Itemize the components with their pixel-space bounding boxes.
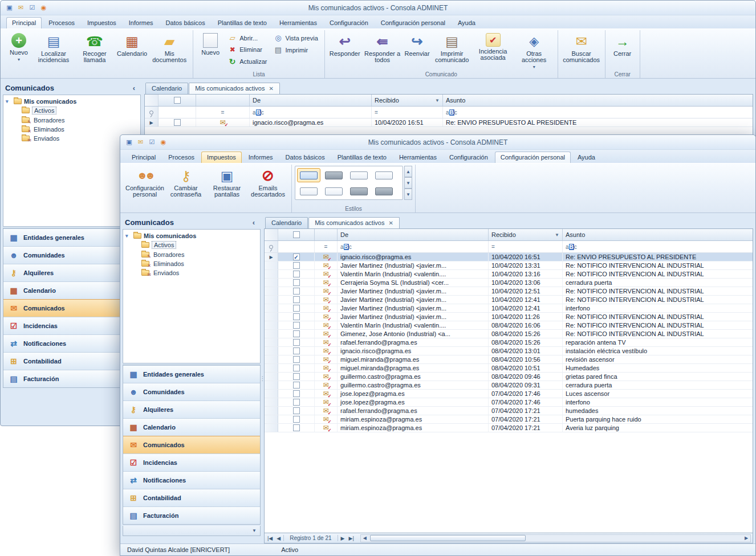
next-record-button[interactable]: ▶ xyxy=(340,535,346,541)
row-checkbox[interactable] xyxy=(293,348,300,354)
ribbon-tab[interactable]: Ayuda xyxy=(572,152,601,163)
tree-root[interactable]: ▾ Mis comunicados xyxy=(5,97,139,105)
row-checkbox[interactable] xyxy=(293,262,300,269)
ribbon-tab[interactable]: Informes xyxy=(243,152,279,163)
tasks-icon[interactable]: ☑ xyxy=(148,138,156,146)
table-row[interactable]: ▶ ✉ jose.lopez@pragma.es 07/04/2020 17:4… xyxy=(265,390,753,398)
table-row[interactable]: ▶ ✉ Cerrajeria Soyma SL (Industrial) <ce… xyxy=(265,279,753,287)
header-icon-cell[interactable] xyxy=(196,95,250,106)
feed-icon[interactable]: ◉ xyxy=(159,138,168,146)
filter-icon-cell[interactable]: = xyxy=(315,241,338,252)
nav-item[interactable]: ☻ Comunidades xyxy=(123,383,260,400)
ribbon-button[interactable]: ▣ Restaurar pantallas ▾ xyxy=(206,166,247,198)
ribbon-button[interactable]: ⚷ Cambiar contraseña ▾ xyxy=(165,166,206,198)
filter-asunto-cell[interactable]: aBc xyxy=(563,241,753,252)
tree-item[interactable]: ✎ Borradores xyxy=(5,116,139,125)
ribbon-button[interactable]: ▤ Imprimir comunicado ▾ xyxy=(432,31,473,71)
table-row[interactable]: ▶ ✉ Javier Martinez (Industrial) <javier… xyxy=(265,261,753,270)
style-thumbnail[interactable] xyxy=(347,184,371,198)
ribbon-small-button[interactable]: ▤ Imprimir xyxy=(272,45,320,55)
select-all-checkbox[interactable] xyxy=(293,231,300,238)
scroll-left-icon[interactable]: ◀ xyxy=(361,535,369,541)
table-row[interactable]: ▶ ✉ Javier Martinez (Industrial) <javier… xyxy=(265,304,753,313)
filter-checkbox-cell[interactable] xyxy=(278,241,315,252)
last-record-button[interactable]: ▶| xyxy=(348,535,355,541)
filter-checkbox-cell[interactable] xyxy=(158,107,196,118)
ribbon-tab[interactable]: Plantillas de texto xyxy=(332,152,392,163)
style-thumbnail[interactable] xyxy=(372,168,396,182)
titlebar[interactable]: ▣✉☑◉ Mis comunicados activos - Consola A… xyxy=(120,135,755,150)
scrollbar-thumb[interactable] xyxy=(370,535,526,541)
row-checkbox[interactable] xyxy=(293,313,300,320)
ribbon-tab[interactable]: Configuración xyxy=(324,17,374,28)
ribbon-button[interactable]: ▤ Localizar incidencias ▾ xyxy=(33,31,74,64)
ribbon-button[interactable]: ▦ Calendario ▾ xyxy=(115,31,149,64)
table-row[interactable]: ▶ ✉ rafael.ferrando@pragma.es 07/04/2020… xyxy=(265,407,753,415)
ribbon-tab[interactable]: Impuestos xyxy=(82,17,122,28)
row-checkbox[interactable] xyxy=(293,288,300,295)
ribbon-button[interactable]: + Nuevo ▾ xyxy=(5,31,33,64)
tree-item[interactable]: ✉ Enviados xyxy=(124,268,259,277)
row-checkbox[interactable] xyxy=(293,279,300,286)
row-checkbox[interactable] xyxy=(293,382,300,389)
app-icon[interactable]: ▣ xyxy=(125,138,133,146)
ribbon-button[interactable]: ◈ Otras acciones ▾ xyxy=(514,31,555,71)
gallery-expand-button[interactable]: ▼ xyxy=(404,189,412,200)
ribbon-tab[interactable]: Impuestos xyxy=(201,152,242,163)
tree-expander-icon[interactable]: ▾ xyxy=(6,99,11,104)
header-checkbox-cell[interactable] xyxy=(158,95,196,106)
row-checkbox[interactable] xyxy=(293,399,300,406)
ribbon-tab[interactable]: Configuración xyxy=(444,152,494,163)
app-icon[interactable]: ▣ xyxy=(5,4,14,11)
document-tab[interactable]: Mis comunicados activos ✕ xyxy=(308,217,400,228)
header-checkbox-cell[interactable] xyxy=(278,229,315,240)
table-row[interactable]: ▶ ✉ ignacio.risco@pragma.es 10/04/2020 1… xyxy=(145,118,753,127)
filter-recibido-cell[interactable]: = xyxy=(489,241,563,252)
ribbon-tab[interactable]: Plantillas de texto xyxy=(212,17,273,28)
document-tab[interactable]: Mis comunicados activos ✕ xyxy=(189,83,280,94)
nav-item[interactable]: ⊞ Contabilidad xyxy=(123,489,260,506)
tree-item[interactable]: Activos xyxy=(5,105,139,116)
feed-icon[interactable]: ◉ xyxy=(39,4,48,11)
row-checkbox[interactable] xyxy=(293,424,300,431)
style-thumbnail[interactable] xyxy=(322,168,346,182)
select-all-checkbox[interactable] xyxy=(174,97,181,104)
tasks-icon[interactable]: ☑ xyxy=(28,4,36,11)
scroll-right-icon[interactable]: ▶ xyxy=(742,535,750,541)
gallery-up-button[interactable]: ▲ xyxy=(404,166,412,177)
ribbon-button[interactable]: ☎ Recoger llamada ▾ xyxy=(74,31,115,64)
row-checkbox[interactable] xyxy=(293,339,300,346)
ribbon-tab[interactable]: Herramientas xyxy=(274,17,323,28)
tree-item[interactable]: ✎ Borradores xyxy=(124,250,259,259)
row-checkbox[interactable] xyxy=(293,322,300,329)
table-row[interactable]: ▶ ✉ miguel.miranda@pragma.es 08/04/2020 … xyxy=(265,364,753,373)
ribbon-tab[interactable]: Principal xyxy=(6,17,42,28)
header-icon-cell[interactable] xyxy=(315,229,338,240)
style-thumbnail[interactable] xyxy=(297,184,320,198)
document-tab[interactable]: Calendario ✕ xyxy=(265,217,308,228)
row-checkbox[interactable] xyxy=(293,254,300,260)
nav-item[interactable]: ▦ Calendario xyxy=(123,418,260,436)
ribbon-tab[interactable]: Herramientas xyxy=(393,152,442,163)
row-checkbox[interactable] xyxy=(293,271,300,277)
ribbon-button[interactable]: ⊘ Emails descartados ▾ xyxy=(247,166,288,198)
style-thumbnail[interactable] xyxy=(372,184,396,198)
header-asunto[interactable]: Asunto xyxy=(443,95,753,106)
table-row[interactable]: ▶ ✉ Javier Martinez (Industrial) <javier… xyxy=(265,296,753,304)
ribbon-button[interactable]: ✉ Buscar comunicados ▾ xyxy=(561,31,602,64)
tree-item[interactable]: ✕ Eliminados xyxy=(124,259,259,268)
header-asunto[interactable]: Asunto xyxy=(563,229,753,240)
tree-item[interactable]: ✕ Eliminados xyxy=(5,125,139,134)
ribbon-tab[interactable]: Datos básicos xyxy=(160,17,211,28)
nav-item[interactable]: ▦ Entidades generales xyxy=(123,365,260,383)
row-checkbox[interactable] xyxy=(293,407,300,414)
panel-collapse-button[interactable]: ‹ xyxy=(250,218,257,227)
row-checkbox[interactable] xyxy=(293,390,300,397)
ribbon-tab[interactable]: Configuración personal xyxy=(375,17,451,28)
tree-root[interactable]: ▾ Mis comunicados xyxy=(124,232,259,240)
gallery-down-button[interactable]: ▼ xyxy=(404,177,412,189)
style-thumbnail[interactable] xyxy=(322,184,346,198)
mail-icon[interactable]: ✉ xyxy=(136,138,145,146)
table-row[interactable]: ▶ ✉ guillermo.castro@pragma.es 08/04/202… xyxy=(265,373,753,381)
ribbon-small-button[interactable]: ✖ Eliminar xyxy=(226,45,269,54)
